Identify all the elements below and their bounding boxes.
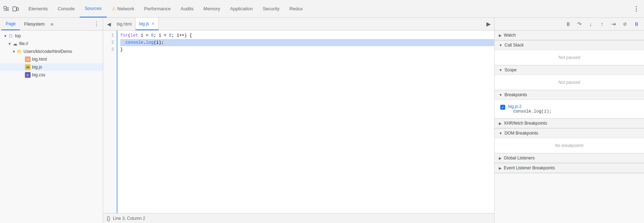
editor-tab-bightml[interactable]: big.html bbox=[113, 18, 136, 30]
watch-header[interactable]: ▶ Watch bbox=[495, 31, 644, 40]
tab-memory[interactable]: Memory bbox=[199, 0, 225, 17]
breakpoints-body: ✓ big.js:2 console.log(i); bbox=[495, 100, 644, 118]
xhr-label: XHR/fetch Breakpoints bbox=[504, 121, 547, 126]
scope-header[interactable]: ▼ Scope bbox=[495, 65, 644, 75]
code-editor[interactable]: 1 2 3 for(let i = 0; i < 8; i++) { conso… bbox=[103, 31, 494, 213]
step-into-button[interactable]: ↓ bbox=[586, 19, 596, 29]
svg-rect-4 bbox=[13, 7, 16, 11]
scope-arrow: ▼ bbox=[499, 68, 502, 72]
callstack-arrow: ▼ bbox=[499, 43, 502, 47]
device-icon[interactable] bbox=[12, 5, 19, 12]
callstack-header[interactable]: ▼ Call Stack bbox=[495, 40, 644, 50]
network-warning-icon: ⚠ bbox=[112, 6, 116, 11]
tab-sources[interactable]: Sources bbox=[80, 0, 107, 17]
code-content[interactable]: for(let i = 0; i < 8; i++) { console.log… bbox=[117, 31, 494, 213]
breakpoints-header[interactable]: ▼ Breakpoints bbox=[495, 90, 644, 100]
tab-redux[interactable]: Redux bbox=[284, 0, 308, 17]
dom-no-breakpoints: No breakpoints bbox=[500, 141, 638, 150]
more-tabs-button[interactable]: ⋮ bbox=[631, 4, 641, 14]
format-icon[interactable]: {} bbox=[107, 216, 110, 221]
callstack-label: Call Stack bbox=[505, 43, 524, 48]
xhr-arrow: ▶ bbox=[499, 121, 502, 125]
cloud-icon: ☁ bbox=[12, 41, 18, 47]
breakpoints-label: Breakpoints bbox=[505, 92, 527, 97]
line-numbers: 1 2 3 bbox=[103, 31, 117, 213]
code-line-1: for(let i = 0; i < 8; i++) { bbox=[120, 32, 494, 39]
step-button[interactable]: ⇥ bbox=[608, 19, 618, 29]
xhr-breakpoints-header[interactable]: ▶ XHR/fetch Breakpoints bbox=[495, 119, 644, 128]
tab-elements[interactable]: Elements bbox=[23, 0, 53, 17]
watch-label: Watch bbox=[504, 33, 516, 38]
global-listeners-header[interactable]: ▶ Global Listeners bbox=[495, 153, 644, 163]
event-label: Event Listener Breakpoints bbox=[504, 165, 555, 170]
editor-tab-bigjs[interactable]: big.js ✕ bbox=[136, 18, 159, 30]
tree-arrow-top: ▼ bbox=[3, 34, 8, 38]
html-file-icon: H bbox=[25, 56, 31, 62]
file-tree: ▼ ☐ top ▼ ☁ file:// ▼ 📁 Users/klx/code/h… bbox=[0, 31, 103, 223]
watch-section: ▶ Watch bbox=[495, 31, 644, 40]
tree-item-top[interactable]: ▼ ☐ top bbox=[0, 32, 103, 40]
event-arrow: ▶ bbox=[499, 166, 502, 170]
tree-item-folder[interactable]: ▼ 📁 Users/klx/code/htmlDemo bbox=[0, 48, 103, 55]
devtools-icons bbox=[3, 5, 19, 12]
sub-tab-bar: Page Filesystem » ⋮ bbox=[0, 18, 103, 31]
editor-status-bar: {} Line 3, Column 2 bbox=[103, 213, 494, 223]
step-out-button[interactable]: ↑ bbox=[597, 19, 607, 29]
main-layout: Page Filesystem » ⋮ ▼ ☐ top ▼ ☁ file:// bbox=[0, 18, 644, 223]
top-frame-icon: ☐ bbox=[8, 33, 14, 39]
callstack-not-paused: Not paused bbox=[500, 53, 638, 62]
tree-item-bigcss[interactable]: C big.css bbox=[0, 71, 103, 79]
top-bar: Elements Console Sources ⚠ Network Perfo… bbox=[0, 0, 644, 18]
pause-resume-button[interactable]: ⏸ bbox=[563, 19, 573, 29]
tree-arrow-file: ▼ bbox=[7, 42, 12, 46]
more-subtabs-button[interactable]: » bbox=[49, 21, 55, 27]
subtab-filesystem[interactable]: Filesystem bbox=[20, 18, 49, 30]
subtab-page[interactable]: Page bbox=[1, 18, 20, 30]
dom-arrow: ▼ bbox=[499, 131, 502, 135]
tab-security[interactable]: Security bbox=[258, 0, 284, 17]
code-line-3: } bbox=[120, 46, 494, 53]
debugger-panel: ⏸ ↷ ↓ ↑ ⇥ ⊘ ⏸ ▶ Watch ▼ Call Stack bbox=[495, 18, 644, 223]
deactivate-breakpoints-button[interactable]: ⊘ bbox=[620, 19, 630, 29]
tree-item-bigjs[interactable]: JS big.js bbox=[0, 63, 103, 71]
breakpoint-location: big.js:2 bbox=[508, 104, 551, 109]
editor-tab-close[interactable]: ✕ bbox=[151, 21, 155, 26]
folder-icon: 📁 bbox=[16, 49, 22, 54]
dont-pause-on-exceptions-button[interactable]: ⏸ bbox=[631, 19, 641, 29]
subtab-menu-button[interactable]: ⋮ bbox=[91, 21, 101, 27]
svg-rect-0 bbox=[4, 6, 6, 9]
tree-item-file[interactable]: ▼ ☁ file:// bbox=[0, 40, 103, 48]
dom-breakpoints-body: No breakpoints bbox=[495, 138, 644, 153]
dom-breakpoints-header[interactable]: ▼ DOM Breakpoints bbox=[495, 129, 644, 138]
editor-tab-back[interactable]: ◀ bbox=[105, 18, 113, 30]
inspect-icon[interactable] bbox=[3, 5, 10, 12]
debug-panels: ▶ Watch ▼ Call Stack Not paused ▼ Scope bbox=[495, 31, 644, 223]
tab-performance[interactable]: Performance bbox=[139, 0, 175, 17]
editor-panel: ◀ big.html big.js ✕ ▶ 1 2 3 for(let i = … bbox=[103, 18, 495, 223]
watch-arrow: ▶ bbox=[499, 33, 502, 37]
scope-not-paused: Not paused bbox=[500, 78, 638, 87]
breakpoint-item[interactable]: ✓ big.js:2 console.log(i); bbox=[500, 103, 638, 115]
tree-item-bightml[interactable]: H big.html bbox=[0, 55, 103, 63]
step-over-button[interactable]: ↷ bbox=[574, 19, 584, 29]
event-listeners-section: ▶ Event Listener Breakpoints bbox=[495, 163, 644, 173]
js-file-icon: JS bbox=[25, 64, 31, 70]
breakpoint-code: console.log(i); bbox=[508, 109, 551, 114]
scope-body: Not paused bbox=[495, 75, 644, 90]
tab-audits[interactable]: Audits bbox=[176, 0, 199, 17]
tab-console[interactable]: Console bbox=[53, 0, 80, 17]
debug-toolbar: ⏸ ↷ ↓ ↑ ⇥ ⊘ ⏸ bbox=[495, 18, 644, 31]
xhr-breakpoints-section: ▶ XHR/fetch Breakpoints bbox=[495, 119, 644, 129]
dom-label: DOM Breakpoints bbox=[505, 131, 538, 136]
run-snippet-button[interactable]: ▶ bbox=[483, 18, 494, 30]
callstack-body: Not paused bbox=[495, 50, 644, 65]
event-listeners-header[interactable]: ▶ Event Listener Breakpoints bbox=[495, 163, 644, 173]
tab-application[interactable]: Application bbox=[225, 0, 258, 17]
tab-network[interactable]: ⚠ Network bbox=[107, 0, 139, 17]
editor-tab-bar: ◀ big.html big.js ✕ ▶ bbox=[103, 18, 494, 31]
global-label: Global Listeners bbox=[504, 156, 535, 161]
breakpoint-checkbox[interactable]: ✓ bbox=[500, 105, 505, 110]
code-line-2: console.log(i); bbox=[120, 39, 494, 46]
breakpoints-arrow: ▼ bbox=[499, 93, 502, 97]
svg-rect-5 bbox=[17, 8, 19, 10]
